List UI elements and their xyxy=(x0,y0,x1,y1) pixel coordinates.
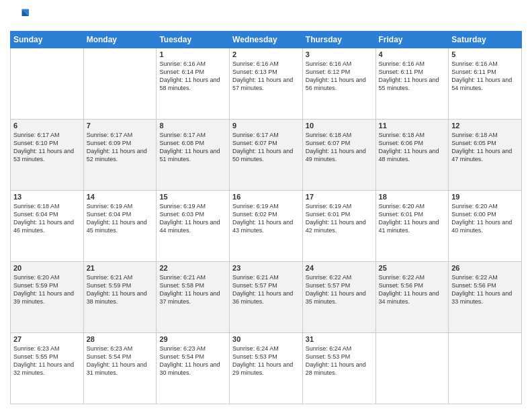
cell-info: Sunrise: 6:22 AM Sunset: 5:56 PM Dayligh… xyxy=(451,273,519,306)
cell-info: Sunrise: 6:21 AM Sunset: 5:59 PM Dayligh… xyxy=(87,273,154,306)
calendar-cell: 16Sunrise: 6:19 AM Sunset: 6:02 PM Dayli… xyxy=(230,191,303,262)
cell-info: Sunrise: 6:20 AM Sunset: 5:59 PM Dayligh… xyxy=(13,273,81,306)
day-number: 23 xyxy=(232,264,300,272)
day-number: 22 xyxy=(159,264,226,272)
day-number: 2 xyxy=(232,50,300,58)
calendar-cell: 11Sunrise: 6:18 AM Sunset: 6:06 PM Dayli… xyxy=(375,120,449,191)
calendar-cell: 5Sunrise: 6:16 AM Sunset: 6:11 PM Daylig… xyxy=(449,48,522,120)
day-number: 5 xyxy=(451,50,519,58)
day-number: 13 xyxy=(13,193,81,201)
cell-info: Sunrise: 6:21 AM Sunset: 5:57 PM Dayligh… xyxy=(232,273,300,306)
calendar-cell xyxy=(83,48,157,120)
cell-info: Sunrise: 6:19 AM Sunset: 6:03 PM Dayligh… xyxy=(159,202,226,235)
cell-info: Sunrise: 6:23 AM Sunset: 5:54 PM Dayligh… xyxy=(159,345,226,377)
day-number: 20 xyxy=(13,264,81,272)
day-number: 24 xyxy=(306,264,373,272)
calendar-cell: 13Sunrise: 6:18 AM Sunset: 6:04 PM Dayli… xyxy=(11,191,84,262)
calendar-cell: 10Sunrise: 6:18 AM Sunset: 6:07 PM Dayli… xyxy=(302,120,375,191)
calendar-cell: 15Sunrise: 6:19 AM Sunset: 6:03 PM Dayli… xyxy=(157,191,230,262)
calendar-cell: 31Sunrise: 6:24 AM Sunset: 5:53 PM Dayli… xyxy=(302,333,375,404)
day-number: 10 xyxy=(306,122,373,130)
calendar-cell: 27Sunrise: 6:23 AM Sunset: 5:55 PM Dayli… xyxy=(11,333,84,404)
calendar-cell: 26Sunrise: 6:22 AM Sunset: 5:56 PM Dayli… xyxy=(449,262,522,333)
day-number: 4 xyxy=(379,50,446,58)
day-number: 31 xyxy=(306,335,373,343)
cell-info: Sunrise: 6:21 AM Sunset: 5:58 PM Dayligh… xyxy=(159,273,226,306)
calendar-table: SundayMondayTuesdayWednesdayThursdayFrid… xyxy=(10,31,522,404)
cell-info: Sunrise: 6:17 AM Sunset: 6:10 PM Dayligh… xyxy=(13,131,81,164)
day-number: 1 xyxy=(159,50,226,58)
day-number: 30 xyxy=(232,335,300,343)
calendar-cell xyxy=(449,333,522,404)
day-number: 25 xyxy=(379,264,446,272)
day-number: 21 xyxy=(87,264,154,272)
calendar-cell: 2Sunrise: 6:16 AM Sunset: 6:13 PM Daylig… xyxy=(230,48,303,120)
calendar-cell: 17Sunrise: 6:19 AM Sunset: 6:01 PM Dayli… xyxy=(302,191,375,262)
calendar-cell: 21Sunrise: 6:21 AM Sunset: 5:59 PM Dayli… xyxy=(83,262,157,333)
day-number: 8 xyxy=(159,122,226,130)
calendar-cell: 18Sunrise: 6:20 AM Sunset: 6:01 PM Dayli… xyxy=(375,191,449,262)
logo xyxy=(10,7,32,26)
cell-info: Sunrise: 6:17 AM Sunset: 6:07 PM Dayligh… xyxy=(232,131,300,164)
cell-info: Sunrise: 6:16 AM Sunset: 6:11 PM Dayligh… xyxy=(379,60,446,93)
cell-info: Sunrise: 6:20 AM Sunset: 6:00 PM Dayligh… xyxy=(451,202,519,235)
day-number: 7 xyxy=(87,122,154,130)
day-number: 26 xyxy=(451,264,519,272)
calendar-cell: 24Sunrise: 6:22 AM Sunset: 5:57 PM Dayli… xyxy=(302,262,375,333)
calendar-cell: 1Sunrise: 6:16 AM Sunset: 6:14 PM Daylig… xyxy=(157,48,230,120)
cell-info: Sunrise: 6:19 AM Sunset: 6:04 PM Dayligh… xyxy=(87,202,154,235)
day-number: 11 xyxy=(379,122,446,130)
day-number: 12 xyxy=(451,122,519,130)
day-number: 19 xyxy=(451,193,519,201)
calendar-cell: 12Sunrise: 6:18 AM Sunset: 6:05 PM Dayli… xyxy=(449,120,522,191)
cell-info: Sunrise: 6:23 AM Sunset: 5:54 PM Dayligh… xyxy=(87,345,154,377)
logo-icon xyxy=(10,7,29,26)
col-header-thursday: Thursday xyxy=(302,32,375,48)
day-number: 14 xyxy=(87,193,154,201)
day-number: 17 xyxy=(306,193,373,201)
cell-info: Sunrise: 6:20 AM Sunset: 6:01 PM Dayligh… xyxy=(379,202,446,235)
calendar-cell: 25Sunrise: 6:22 AM Sunset: 5:56 PM Dayli… xyxy=(375,262,449,333)
day-number: 28 xyxy=(87,335,154,343)
calendar-cell xyxy=(11,48,84,120)
calendar-cell: 23Sunrise: 6:21 AM Sunset: 5:57 PM Dayli… xyxy=(230,262,303,333)
calendar-cell: 8Sunrise: 6:17 AM Sunset: 6:08 PM Daylig… xyxy=(157,120,230,191)
cell-info: Sunrise: 6:24 AM Sunset: 5:53 PM Dayligh… xyxy=(232,345,300,377)
col-header-tuesday: Tuesday xyxy=(157,32,230,48)
cell-info: Sunrise: 6:19 AM Sunset: 6:01 PM Dayligh… xyxy=(306,202,373,235)
day-number: 9 xyxy=(232,122,300,130)
calendar-cell: 20Sunrise: 6:20 AM Sunset: 5:59 PM Dayli… xyxy=(11,262,84,333)
calendar-cell: 3Sunrise: 6:16 AM Sunset: 6:12 PM Daylig… xyxy=(302,48,375,120)
calendar-cell: 9Sunrise: 6:17 AM Sunset: 6:07 PM Daylig… xyxy=(230,120,303,191)
calendar-cell: 19Sunrise: 6:20 AM Sunset: 6:00 PM Dayli… xyxy=(449,191,522,262)
cell-info: Sunrise: 6:24 AM Sunset: 5:53 PM Dayligh… xyxy=(306,345,373,377)
day-number: 3 xyxy=(306,50,373,58)
cell-info: Sunrise: 6:18 AM Sunset: 6:05 PM Dayligh… xyxy=(451,131,519,164)
calendar-cell xyxy=(375,333,449,404)
calendar-cell: 29Sunrise: 6:23 AM Sunset: 5:54 PM Dayli… xyxy=(157,333,230,404)
cell-info: Sunrise: 6:18 AM Sunset: 6:04 PM Dayligh… xyxy=(13,202,81,235)
cell-info: Sunrise: 6:16 AM Sunset: 6:11 PM Dayligh… xyxy=(451,60,519,93)
col-header-saturday: Saturday xyxy=(449,32,522,48)
cell-info: Sunrise: 6:17 AM Sunset: 6:09 PM Dayligh… xyxy=(87,131,154,164)
header xyxy=(10,7,522,26)
cell-info: Sunrise: 6:16 AM Sunset: 6:13 PM Dayligh… xyxy=(232,60,300,93)
day-number: 29 xyxy=(159,335,226,343)
cell-info: Sunrise: 6:18 AM Sunset: 6:06 PM Dayligh… xyxy=(379,131,446,164)
col-header-sunday: Sunday xyxy=(11,32,84,48)
day-number: 15 xyxy=(159,193,226,201)
calendar-cell: 22Sunrise: 6:21 AM Sunset: 5:58 PM Dayli… xyxy=(157,262,230,333)
col-header-monday: Monday xyxy=(83,32,157,48)
calendar-cell: 4Sunrise: 6:16 AM Sunset: 6:11 PM Daylig… xyxy=(375,48,449,120)
cell-info: Sunrise: 6:19 AM Sunset: 6:02 PM Dayligh… xyxy=(232,202,300,235)
page: SundayMondayTuesdayWednesdayThursdayFrid… xyxy=(0,0,532,411)
col-header-friday: Friday xyxy=(375,32,449,48)
col-header-wednesday: Wednesday xyxy=(230,32,303,48)
calendar-cell: 28Sunrise: 6:23 AM Sunset: 5:54 PM Dayli… xyxy=(83,333,157,404)
calendar-cell: 30Sunrise: 6:24 AM Sunset: 5:53 PM Dayli… xyxy=(230,333,303,404)
day-number: 18 xyxy=(379,193,446,201)
day-number: 6 xyxy=(13,122,81,130)
cell-info: Sunrise: 6:23 AM Sunset: 5:55 PM Dayligh… xyxy=(13,345,81,377)
day-number: 16 xyxy=(232,193,300,201)
calendar-cell: 14Sunrise: 6:19 AM Sunset: 6:04 PM Dayli… xyxy=(83,191,157,262)
